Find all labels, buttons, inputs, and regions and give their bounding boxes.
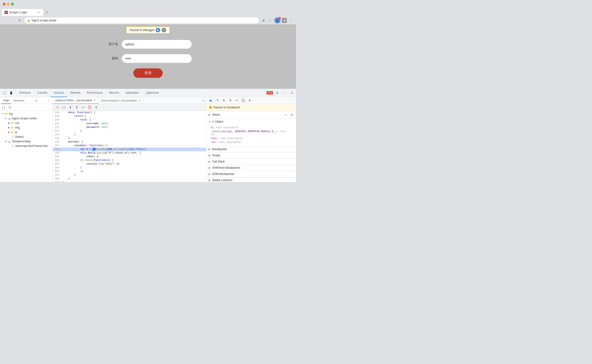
debug-step-button[interactable]: ↩ (234, 98, 239, 103)
code-tab-chunk[interactable]: chunk-cc71364c....d.js:formatted ✕ (53, 97, 99, 104)
scope-header[interactable]: ▶ Scope (206, 152, 296, 158)
debug-step-out-button[interactable]: ⬆ (228, 98, 233, 103)
profile-button[interactable]: 👤 1 (274, 17, 280, 23)
code-area[interactable]: 248 data: function() { 249 return { 250 … (53, 111, 206, 182)
url-bar[interactable]: 🔒 login1.scrape.center (24, 17, 259, 23)
close-traffic-light[interactable] (3, 3, 6, 6)
username-input[interactable] (122, 40, 192, 49)
debug-deactivate-button[interactable]: 🚫 (240, 98, 246, 103)
debug-resume-button[interactable]: ▶ (208, 98, 214, 103)
breakpoints-label: Breakpoints (212, 148, 227, 151)
global-listeners-header[interactable]: ▶ Global Listeners (206, 177, 296, 182)
code-nav-back-icon[interactable]: ⬡ (55, 105, 60, 110)
xhr-breakpoints-section: ▶ XHR/fetch Breakpoints (206, 165, 296, 171)
back-button[interactable]: ← (2, 18, 8, 23)
code-tab-vendors[interactable]: chunk-vendors.f...9.js:formatted ✕ (99, 97, 144, 104)
new-tab-button[interactable]: + (44, 9, 50, 16)
code-line-256: 256 methods: { (53, 140, 206, 144)
tree-item-tampermonkey[interactable]: ▼ ☁ Tampermonkey (0, 139, 53, 144)
debugger-play-button[interactable]: ▶ (156, 28, 160, 32)
file-panel-menu-icon[interactable]: ⋮ (47, 98, 51, 103)
callstack-label: Call Stack (212, 160, 225, 163)
reload-button[interactable]: ↻ (17, 18, 22, 23)
password-row: 密码 (104, 54, 192, 63)
devtools-settings-icon[interactable]: ⚙ (274, 90, 280, 96)
tab-performance[interactable]: Performance (84, 89, 106, 97)
tab-console[interactable]: Console (34, 89, 51, 97)
debug-step-into-button[interactable]: ⬇ (221, 98, 227, 103)
tab-application[interactable]: Application (122, 89, 142, 97)
fullscreen-traffic-light[interactable] (11, 3, 14, 6)
browser-chrome: S Scrape | Login ✕ + ← → ↻ 🔒 login1.scra… (0, 0, 296, 24)
tab-close-button[interactable]: ✕ (37, 11, 40, 14)
file-panel-new-icon[interactable]: ⊡ (7, 104, 12, 110)
code-tab-close-icon[interactable]: ✕ (138, 99, 141, 102)
dom-breakpoints-header[interactable]: ▶ DOM Breakpoints (206, 171, 296, 177)
login-button[interactable]: 登录 (133, 68, 163, 78)
settings-icon[interactable]: ⋮ (288, 18, 294, 23)
code-disable-breakpoints-icon[interactable]: 🚫 (87, 105, 92, 110)
devtools-close-icon[interactable]: ✕ (289, 90, 295, 96)
debug-sections: Paused on breakpoint ▶ Watch + ↺ (206, 104, 296, 182)
c-object-section: ▼ c: Object b: <not available> _utils_en… (206, 119, 296, 146)
c-object-header[interactable]: ▼ c: Object (206, 119, 296, 125)
tree-item-domain[interactable]: ▼ ☁ login1.scrape.center (0, 116, 53, 121)
file-panel-tab-page[interactable]: Page (1, 97, 11, 104)
code-line-257: 257 onSubmit: function() { (53, 144, 206, 148)
file-panel-tab-overrides[interactable]: Overrides (12, 97, 26, 104)
c-object-label: c: Object (212, 120, 223, 123)
translate-icon[interactable]: ⊞ (261, 18, 266, 23)
tree-item-top[interactable]: ▼ 📁 top (0, 111, 53, 116)
code-step-out-icon[interactable]: ↩ (81, 105, 86, 110)
extensions-icon[interactable]: ⊞ (282, 18, 287, 23)
code-tab-close-icon[interactable]: ✕ (93, 99, 96, 102)
tree-item-css[interactable]: ▶ 📁 css (0, 121, 53, 125)
watch-section-header[interactable]: ▶ Watch + ↺ (206, 111, 296, 118)
debug-panel: ▶ ↷ ⬇ ⬆ ↩ 🚫 ⏸ Paused on breakpoint ▶ (206, 97, 296, 182)
dom-breakpoints-label: DOM Breakpoints (212, 172, 234, 176)
code-step-into-icon[interactable]: ⬆ (74, 105, 80, 110)
xhr-breakpoints-header[interactable]: ▶ XHR/fetch Breakpoints (206, 165, 296, 171)
code-pause-exceptions-icon[interactable]: ⏸ (93, 105, 99, 110)
global-listeners-label: Global Listeners (212, 179, 232, 182)
tree-item-img[interactable]: ▶ 📁 img (0, 125, 53, 130)
debug-pause-exceptions-button[interactable]: ⏸ (247, 98, 252, 103)
code-step-over-icon[interactable]: ⬇ (67, 105, 73, 110)
code-line-253: 253 } (53, 129, 206, 133)
tree-item-userscript[interactable]: 📄 userscript.html?name=Hoc (0, 144, 53, 148)
code-line-250: 250 form: { (53, 118, 206, 122)
breakpoints-section: ▶ Breakpoints (206, 146, 296, 152)
browser-tab[interactable]: S Scrape | Login ✕ (2, 9, 43, 16)
code-line-252: 252 password: null (53, 125, 206, 129)
code-line-251: 251 username: null, (53, 122, 206, 125)
watch-refresh-icon[interactable]: ↺ (289, 112, 294, 117)
password-input[interactable] (122, 54, 192, 63)
error-badge: ✕ 6 (267, 91, 273, 95)
forward-button[interactable]: → (10, 18, 15, 23)
tab-elements[interactable]: Elements (16, 89, 34, 97)
code-tab-more-icon[interactable]: » (201, 99, 206, 102)
tab-memory[interactable]: Memory (106, 89, 122, 97)
tab-sources[interactable]: Sources (51, 89, 67, 97)
devtools-device-icon[interactable]: 📱 (8, 90, 14, 96)
code-line-254: 254 } (53, 133, 206, 136)
breakpoints-header[interactable]: ▶ Breakpoints (206, 146, 296, 152)
devtools-more-icon[interactable]: ⋮ (281, 90, 288, 96)
tree-item-js[interactable]: ▶ 📁 js (0, 130, 53, 135)
tree-item-index[interactable]: 📄 (index) (0, 135, 53, 139)
callstack-header[interactable]: ▶ Call Stack (206, 159, 296, 165)
minimize-traffic-light[interactable] (7, 3, 10, 6)
devtools-inspect-icon[interactable]: ⬜ (1, 90, 7, 96)
debugger-skip-button[interactable]: ↺ (162, 28, 166, 32)
cloud-icon: ☁ (7, 140, 11, 143)
file-panel-format-icon[interactable]: { } (1, 104, 7, 110)
watch-add-icon[interactable]: + (284, 112, 288, 117)
code-tab-label: chunk-cc71364c....d.js:formatted (55, 99, 92, 102)
file-panel-more-icon[interactable]: » (34, 98, 39, 103)
tab-network[interactable]: Network (67, 89, 84, 97)
debug-step-over-button[interactable]: ↷ (215, 98, 220, 103)
tab-lighthouse[interactable]: Lighthouse (142, 89, 162, 97)
bookmark-icon[interactable]: ☆ (268, 18, 273, 23)
code-format-icon[interactable]: { } (61, 105, 67, 110)
code-line-259: 259 this.$http.post(a["a"].state.url.roo… (53, 151, 206, 155)
